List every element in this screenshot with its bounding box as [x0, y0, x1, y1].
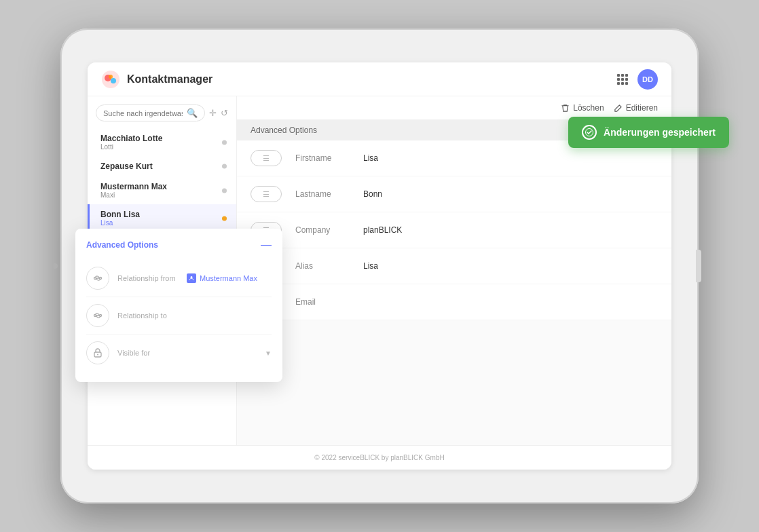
contact-name: Mustermann Max	[100, 182, 225, 191]
field-label-alias: Alias	[295, 261, 363, 271]
contact-item-active[interactable]: Bonn Lisa Lisa	[88, 204, 236, 232]
contact-status-dot	[222, 164, 227, 169]
edit-icon	[614, 104, 623, 113]
field-label-lastname: Lastname	[295, 189, 363, 199]
field-row-lastname: ☰ Lastname Bonn	[237, 176, 671, 212]
contact-card-icon	[187, 273, 196, 283]
visible-for-select[interactable]: ▼	[187, 349, 272, 357]
footer-text: © 2022 serviceBLICK by planBLICK GmbH	[314, 454, 444, 461]
relationship-from-value: Mustermann Max	[187, 273, 257, 283]
contact-sub: Lotti	[100, 143, 225, 151]
contact-sub: Maxi	[100, 191, 225, 199]
app-title: Kontaktmanager	[127, 73, 212, 86]
visible-for-label: Visible for	[117, 349, 179, 357]
link-icon	[92, 310, 103, 321]
trash-icon	[561, 104, 570, 113]
field-row-alias: ☰ Alias Lisa	[237, 248, 671, 284]
card-icon: ☰	[263, 190, 270, 199]
contact-status-dot	[222, 216, 227, 221]
popup-title: Advanced Options	[86, 240, 158, 250]
avatar[interactable]: DD	[637, 69, 658, 90]
relationship-to-label: Relationship to	[117, 311, 179, 320]
contact-name: Bonn Lisa	[100, 210, 225, 219]
contact-icon	[188, 275, 195, 282]
right-panel: Löschen Editieren Advanced Options	[237, 96, 671, 445]
topbar: Kontaktmanager DD	[88, 62, 671, 96]
svg-point-8	[94, 315, 96, 317]
link-icon	[92, 273, 103, 284]
tablet-side-button	[696, 250, 701, 282]
svg-point-2	[111, 78, 116, 83]
field-value-lastname: Bonn	[363, 189, 658, 199]
grid-icon[interactable]	[617, 74, 628, 85]
success-toast: Änderungen gespeichert	[568, 117, 729, 148]
popup-header: Advanced Options —	[86, 240, 272, 250]
toast-check-icon	[582, 125, 597, 140]
advanced-options-popup: Advanced Options — Relationship from	[75, 229, 282, 382]
field-label-email: Email	[295, 297, 363, 307]
edit-button[interactable]: Editieren	[614, 103, 658, 113]
lock-icon	[92, 347, 103, 358]
relationship-to-icon[interactable]	[86, 304, 109, 327]
svg-point-5	[100, 278, 102, 280]
delete-button[interactable]: Löschen	[561, 103, 604, 113]
field-label-company: Company	[295, 225, 363, 235]
search-input[interactable]	[103, 109, 183, 117]
field-toggle-lastname[interactable]: ☰	[251, 186, 282, 202]
search-icon: 🔍	[187, 108, 198, 118]
popup-row-visible-for: Visible for ▼	[86, 335, 272, 371]
contact-sub: Lisa	[100, 219, 225, 227]
popup-row-relationship-to: Relationship to	[86, 297, 272, 335]
topbar-left: Kontaktmanager	[101, 70, 212, 89]
footer: © 2022 serviceBLICK by planBLICK GmbH	[88, 445, 671, 470]
edit-label: Editieren	[626, 103, 658, 113]
contact-name: Macchiato Lotte	[100, 134, 225, 143]
field-value-company: planBLICK	[363, 225, 658, 235]
contact-name: Zepause Kurt	[100, 162, 225, 171]
tablet-side-dot	[52, 263, 58, 269]
visible-for-icon[interactable]	[86, 341, 109, 364]
toast-message: Änderungen gespeichert	[604, 127, 716, 138]
popup-row-relationship-from: Relationship from Mustermann Max	[86, 260, 272, 297]
contact-item[interactable]: Zepause Kurt	[88, 156, 236, 176]
relationship-from-label: Relationship from	[117, 274, 179, 282]
toolbar-icons: ✛ ↺	[209, 108, 228, 118]
tablet-frame: Kontaktmanager DD 🔍	[60, 28, 699, 504]
topbar-right: DD	[617, 69, 658, 90]
svg-point-12	[586, 129, 593, 136]
search-bar: 🔍 ✛ ↺	[96, 104, 228, 121]
relationship-from-icon[interactable]	[86, 267, 109, 290]
refresh-icon[interactable]: ↺	[221, 108, 228, 118]
field-label-firstname: Firstname	[295, 153, 363, 163]
svg-point-7	[191, 276, 193, 278]
field-value-alias: Lisa	[363, 261, 658, 271]
card-icon: ☰	[263, 154, 270, 163]
field-toggle-firstname[interactable]: ☰	[251, 150, 282, 166]
relationship-from-name: Mustermann Max	[200, 274, 257, 282]
logo-icon	[101, 70, 120, 89]
check-icon	[585, 128, 593, 136]
field-value-firstname: Lisa	[363, 153, 658, 163]
svg-point-9	[100, 315, 102, 317]
contact-status-dot	[222, 140, 227, 145]
field-row-company: ☰ Company planBLICK	[237, 212, 671, 248]
svg-point-11	[97, 354, 98, 356]
search-input-wrap: 🔍	[96, 104, 205, 121]
section-title: Advanced Options	[251, 126, 317, 135]
delete-label: Löschen	[573, 103, 604, 113]
contact-status-dot	[222, 188, 227, 193]
move-icon[interactable]: ✛	[209, 108, 217, 118]
svg-point-4	[94, 278, 96, 280]
chevron-down-icon: ▼	[265, 349, 272, 357]
field-row-email: ☰ Email	[237, 284, 671, 320]
contact-item[interactable]: Macchiato Lotte Lotti	[88, 128, 236, 156]
svg-point-3	[109, 75, 113, 79]
contact-item[interactable]: Mustermann Max Maxi	[88, 176, 236, 204]
popup-minimize-button[interactable]: —	[261, 240, 272, 250]
